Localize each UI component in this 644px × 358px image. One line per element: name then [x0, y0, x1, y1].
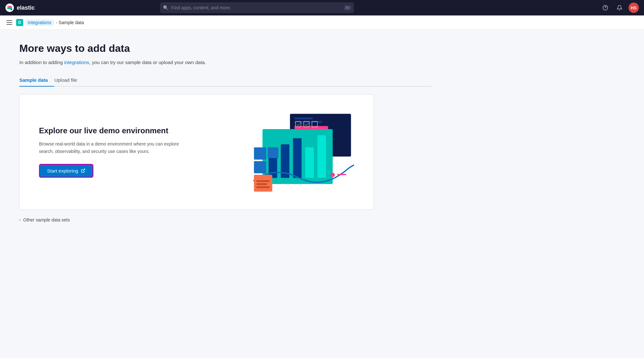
top-navigation: elastic 🔍 ⌘/ HS: [0, 0, 644, 15]
svg-rect-31: [256, 186, 270, 188]
breadcrumb-current: Sample data: [59, 20, 84, 25]
svg-rect-24: [337, 174, 346, 175]
svg-rect-17: [293, 138, 302, 178]
breadcrumb-separator: ›: [56, 20, 57, 25]
other-datasets-section[interactable]: › Other sample data sets: [19, 217, 374, 222]
demo-card-description: Browse real-world data in a demo environ…: [39, 140, 194, 155]
tab-sample-data[interactable]: Sample data: [19, 74, 54, 87]
tab-upload-file[interactable]: Upload file: [54, 74, 83, 87]
svg-rect-19: [317, 135, 326, 178]
chevron-right-icon: ›: [19, 218, 21, 222]
global-search: 🔍 ⌘/: [160, 3, 354, 13]
page-title: More ways to add data: [19, 42, 432, 54]
page-subtitle: In addition to adding integrations, you …: [19, 60, 432, 65]
svg-point-2: [11, 9, 12, 10]
main-content: More ways to add data In addition to add…: [0, 30, 451, 235]
svg-rect-18: [305, 147, 314, 178]
content-tabs: Sample data Upload file: [19, 74, 432, 87]
subtitle-prefix: In addition to adding: [19, 60, 64, 65]
svg-rect-12: [294, 118, 313, 119]
demo-environment-card: Explore our live demo environment Browse…: [19, 94, 374, 210]
external-link-icon: [81, 168, 85, 173]
svg-rect-20: [254, 147, 266, 160]
search-input[interactable]: [160, 3, 354, 13]
notifications-icon[interactable]: [614, 3, 625, 13]
search-shortcut: ⌘/: [344, 5, 351, 10]
svg-point-1: [7, 5, 9, 7]
integrations-link[interactable]: integrations: [64, 60, 89, 65]
svg-rect-29: [256, 180, 270, 182]
start-exploring-button[interactable]: Start exploring: [39, 164, 93, 178]
help-icon[interactable]: [600, 3, 610, 13]
demo-card-text: Explore our live demo environment Browse…: [39, 126, 194, 178]
demo-card-title: Explore our live demo environment: [39, 126, 194, 135]
hamburger-menu[interactable]: [5, 19, 14, 26]
elastic-logo-text: elastic: [17, 5, 35, 11]
breadcrumb-integrations-link[interactable]: Integrations: [24, 19, 54, 26]
breadcrumb: D Integrations › Sample data: [16, 19, 84, 26]
elastic-logo[interactable]: elastic: [5, 3, 35, 12]
user-avatar[interactable]: HS: [629, 3, 639, 13]
demo-illustration: [238, 110, 354, 194]
secondary-navigation: D Integrations › Sample data: [0, 15, 644, 30]
subtitle-suffix: , you can try our sample data or upload …: [89, 60, 206, 65]
svg-rect-21: [254, 161, 266, 173]
svg-point-23: [331, 173, 335, 177]
workspace-icon: D: [16, 19, 23, 26]
svg-line-4: [83, 169, 85, 171]
other-datasets-label: Other sample data sets: [23, 217, 70, 222]
svg-rect-6: [294, 126, 328, 129]
svg-rect-28: [254, 175, 272, 192]
nav-right: HS: [600, 3, 639, 13]
svg-rect-22: [268, 147, 278, 158]
search-icon: 🔍: [163, 5, 168, 10]
svg-rect-30: [256, 184, 267, 185]
